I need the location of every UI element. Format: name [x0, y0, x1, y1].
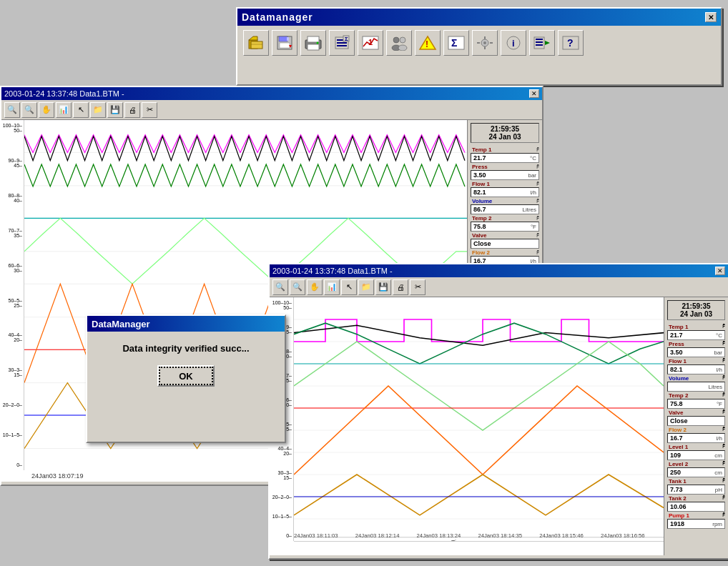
front-sensor-level2: Level 2F̄ 250cm	[667, 461, 725, 477]
svg-rect-16	[337, 45, 347, 46]
yaxis-label-70: 70–7–35–	[1, 228, 24, 238]
front-yaxis-30: 30–3–15–	[270, 470, 293, 480]
sensor-temp1: Temp 1 F̄ 21.7 °C	[471, 147, 539, 163]
chart-front-timestamp: 21:59:35 24 Jan 03	[667, 300, 725, 320]
sensor-valve-label: Valve	[471, 232, 488, 239]
front-sensor-press: PressF̄ 3.50bar	[667, 341, 725, 357]
chart-front-zoom-out-button[interactable]: 🔍	[290, 279, 305, 295]
database-button[interactable]: Σ	[329, 30, 355, 56]
dialog-body: Data integrity verified succ... OK	[87, 332, 285, 398]
sensor-press-unit: bar	[528, 172, 536, 179]
yaxis-label-100: 100–10–50–	[1, 123, 24, 133]
svg-rect-10	[308, 36, 319, 42]
sensor-temp1-value: 21.7	[473, 154, 486, 162]
chart-front-svg: 24Jan03 18:11:03 24Jan03 18:12:14 24Jan0…	[294, 297, 664, 541]
settings-button[interactable]	[472, 30, 498, 56]
sensor-flow1-unit: l/h	[531, 189, 536, 196]
svg-rect-32	[484, 46, 486, 49]
front-sensor-tank2: Tank 2F̄ 10.06	[667, 495, 725, 512]
yaxis-label-30: 30–3–15–	[1, 367, 24, 377]
sensor-valve-value: Close	[473, 240, 491, 247]
svg-text:Σ: Σ	[345, 36, 348, 42]
open-file-button[interactable]	[243, 30, 269, 56]
sensor-press-value: 3.50	[473, 172, 486, 179]
chart-front-save-button[interactable]: 💾	[375, 279, 391, 295]
sensor-press-box: 3.50 bar	[471, 170, 539, 180]
sum-button[interactable]: Σ	[443, 30, 469, 56]
chart-back-timestamp: 21:59:35 24 Jan 03	[471, 123, 539, 143]
sensor-flow1-box: 82.1 l/h	[471, 187, 539, 197]
sensor-temp2-value: 75.8	[473, 223, 486, 230]
svg-text:Σ: Σ	[451, 37, 457, 49]
chart-back-title-bar: 2003-01-24 13:37:48 Data1.BTM - ✕	[1, 87, 542, 100]
users-button[interactable]	[386, 30, 412, 56]
chart-zoom-in-button[interactable]: 🔍	[4, 102, 20, 118]
datamanager-close-button[interactable]: ✕	[705, 12, 717, 22]
sensor-temp1-box: 21.7 °C	[471, 153, 539, 163]
yaxis-label-50: 50–5–25–	[1, 298, 24, 308]
chart-front-open-button[interactable]: 📁	[358, 279, 374, 295]
chart-back-title: 2003-01-24 13:37:48 Data1.BTM -	[4, 89, 124, 98]
svg-rect-40	[536, 44, 543, 46]
warning-button[interactable]: !	[415, 30, 441, 56]
svg-text:24Jan03 18:07:19: 24Jan03 18:07:19	[31, 472, 83, 480]
svg-point-24	[398, 45, 407, 51]
sensor-flow1-value: 82.1	[473, 189, 486, 196]
front-sensor-flow1: Flow 1F̄ 82.1l/h	[667, 358, 725, 374]
yaxis-label-80: 80–8–40–	[1, 193, 24, 203]
chart-front-print-button[interactable]: 🖨	[393, 279, 408, 295]
yaxis-label-60: 60–6–30–	[1, 263, 24, 273]
timestamp-line1: 21:59:35	[473, 125, 537, 133]
svg-marker-1	[249, 36, 257, 40]
chart-front-bar-button[interactable]: 📊	[324, 279, 340, 295]
chart-zoom-out-button[interactable]: 🔍	[21, 102, 37, 118]
dialog-ok-button[interactable]: OK	[157, 365, 215, 387]
datamanager-toolbar: Σ 1 ! Σ	[237, 26, 721, 60]
chart-front-pan-button[interactable]: ✋	[307, 279, 323, 295]
front-sensor-pump1: Pump 1F̄ 1918rpm	[667, 512, 725, 529]
svg-rect-15	[337, 42, 347, 44]
chart-back-close-button[interactable]: ✕	[529, 89, 539, 98]
chart-pan-button[interactable]: ✋	[39, 102, 54, 118]
chart-cursor-button[interactable]: ↖	[73, 102, 89, 118]
front-sensor-valve: ValveF̄ Close	[667, 409, 725, 426]
svg-rect-33	[477, 42, 480, 44]
chart-front-title: 2003-01-24 13:37:48 Data1.BTM -	[272, 267, 393, 275]
sensor-volume-value: 86.7	[473, 206, 486, 213]
sensor-press: Press F̄ 3.50 bar	[471, 164, 539, 180]
timestamp-line2: 24 Jan 03	[473, 133, 537, 141]
sensor-valve: Valve F̄ Close	[471, 232, 539, 249]
svg-point-23	[400, 37, 405, 43]
svg-point-30	[483, 41, 486, 44]
svg-text:24Jan03 18:13:24: 24Jan03 18:13:24	[417, 532, 461, 539]
chart-print-button[interactable]: 🖨	[124, 102, 140, 118]
svg-rect-34	[490, 42, 493, 44]
yaxis-label-40: 40–4–20–	[1, 332, 24, 342]
chart-front-close-button[interactable]: ✕	[715, 267, 725, 275]
svg-text:24Jan03 18:12:14: 24Jan03 18:12:14	[355, 532, 400, 539]
save-button[interactable]	[272, 30, 297, 56]
chart-open-button[interactable]: 📁	[90, 102, 106, 118]
print-button[interactable]	[300, 30, 326, 56]
chart-front-cursor-button[interactable]: ↖	[341, 279, 357, 295]
chart-front-zoom-in-button[interactable]: 🔍	[272, 279, 288, 295]
info-button[interactable]: i	[501, 30, 526, 56]
front-timestamp-line1: 21:59:35	[669, 302, 723, 310]
front-sensor-volume: VolumeF̄ Litres	[667, 375, 725, 392]
chart-cut-button[interactable]: ✂	[142, 102, 157, 118]
export-button[interactable]	[529, 30, 555, 56]
chart-front-cut-button[interactable]: ✂	[410, 279, 426, 295]
datamanager-title-bar: Datamanager ✕	[237, 9, 721, 26]
svg-text:24Jan03 18:16:56: 24Jan03 18:16:56	[601, 532, 645, 539]
chart-bar-button[interactable]: 📊	[56, 102, 72, 118]
yaxis-label-0: 0–	[1, 462, 24, 467]
front-yaxis-20: 20–2–0–	[270, 495, 293, 500]
front-timestamp-line2: 24 Jan 03	[669, 310, 723, 318]
chart-button[interactable]: 1	[358, 30, 383, 56]
chart-front-toolbar: 🔍 🔍 ✋ 📊 ↖ 📁 💾 🖨 ✂	[270, 277, 728, 297]
front-sensor-temp2: Temp 2F̄ 75.8°F	[667, 392, 725, 409]
sensor-flow1: Flow 1 F̄ 82.1 l/h	[471, 181, 539, 197]
help-button[interactable]: ?	[558, 30, 584, 56]
svg-rect-7	[287, 37, 289, 41]
chart-save-button[interactable]: 💾	[107, 102, 123, 118]
